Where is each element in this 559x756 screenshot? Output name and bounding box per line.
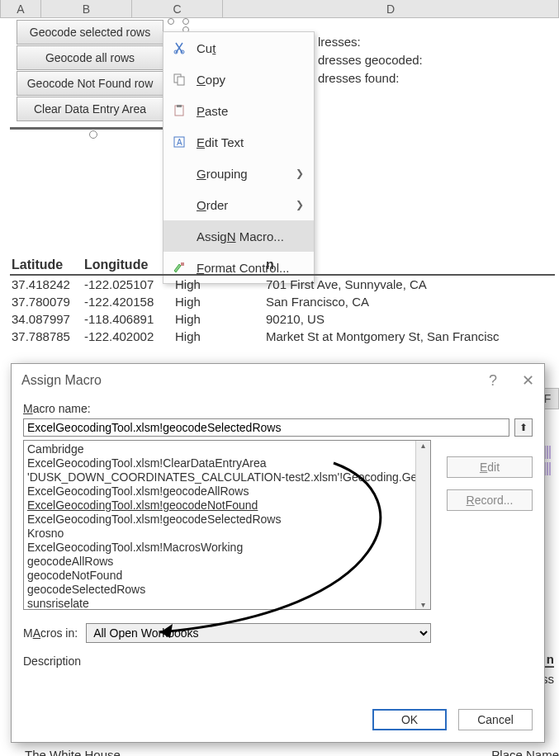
- list-item[interactable]: ExcelGeocodingTool.xlsm!geocodeSelectedR…: [27, 513, 427, 527]
- list-item[interactable]: ExcelGeocodingTool.xlsm!geocodeNotFound: [27, 498, 427, 513]
- menu-label: Order: [197, 198, 228, 212]
- table-row[interactable]: 34.087997 -118.406891 High 90210, US: [10, 310, 555, 328]
- svg-rect-3: [178, 77, 184, 85]
- cell-lat: 34.087997: [10, 310, 83, 328]
- close-icon[interactable]: ✕: [522, 371, 534, 390]
- cell-lat: 37.780079: [10, 293, 83, 310]
- menu-item-cut[interactable]: Cut: [163, 32, 314, 64]
- menu-item-assign-macro[interactable]: AssigN Macro...: [163, 220, 314, 252]
- menu-label: AssigN Macro...: [197, 229, 284, 243]
- status-line: dresses found:: [318, 69, 423, 87]
- menu-label: Copy: [197, 73, 225, 87]
- list-item[interactable]: geocodeSelectedRows: [27, 583, 427, 597]
- table-row[interactable]: 37.418242 -122.025107 High 701 First Ave…: [10, 276, 555, 293]
- list-item[interactable]: ExcelGeocodingTool.xlsm!ClearDataEntryAr…: [27, 456, 427, 470]
- menu-label: Paste: [197, 104, 228, 118]
- menu-item-copy[interactable]: Copy: [163, 64, 314, 95]
- edit-button[interactable]: Edit: [447, 456, 533, 478]
- list-item[interactable]: Krosno: [27, 527, 427, 541]
- list-item[interactable]: ExcelGeocodingTool.xlsm!geocodeAllRows: [27, 484, 427, 498]
- menu-item-order[interactable]: Order ❯: [163, 189, 314, 220]
- list-item[interactable]: sunsriselate: [27, 597, 427, 610]
- geocode-not-found-rows-button[interactable]: Geocode Not Found row: [17, 71, 163, 96]
- cell-loc: 90210, US: [264, 310, 555, 328]
- macros-in-select[interactable]: All Open Workbooks: [86, 623, 431, 643]
- table-row[interactable]: 37.780079 -122.420158 High San Francisco…: [10, 293, 555, 310]
- col-header-c[interactable]: C: [132, 0, 223, 17]
- svg-rect-5: [177, 105, 182, 107]
- context-menu: Cut Copy Paste A Edit Text Grouping ❯ Or…: [163, 31, 315, 284]
- selection-handle-icon[interactable]: [168, 18, 174, 25]
- list-item[interactable]: Cambridge: [27, 442, 427, 456]
- macro-name-input[interactable]: [23, 418, 509, 437]
- selection-handle-icon[interactable]: [182, 18, 189, 25]
- header-latitude: Latitude: [10, 256, 83, 274]
- cell-lat: 37.418242: [10, 276, 83, 293]
- sheet-buttons: Geocode selected rows Geocode all rows G…: [17, 20, 163, 122]
- clear-data-entry-area-button[interactable]: Clear Data Entry Area: [17, 97, 163, 121]
- data-table: Latitude Longitude n 37.418242 -122.0251…: [10, 256, 555, 345]
- copy-icon: [172, 72, 187, 87]
- header-longitude: Longitude: [83, 256, 173, 274]
- menu-item-grouping[interactable]: Grouping ❯: [163, 158, 314, 189]
- col-header-a[interactable]: A: [0, 0, 41, 17]
- cut-icon: [172, 40, 187, 55]
- cell-lon: -122.025107: [83, 276, 173, 293]
- column-headers: A B C D: [0, 0, 559, 18]
- scroll-up-icon[interactable]: ▴: [421, 441, 425, 450]
- header-location: n: [264, 256, 555, 274]
- status-line: lresses:: [318, 33, 423, 51]
- menu-item-paste[interactable]: Paste: [163, 95, 314, 126]
- edit-text-icon: A: [172, 135, 187, 149]
- cell-loc: Market St at Montgomery St, San Francisc: [264, 328, 555, 345]
- bg-text: Place Name: [491, 748, 559, 756]
- col-header-d[interactable]: D: [223, 0, 559, 17]
- help-icon[interactable]: ?: [489, 372, 497, 390]
- menu-label: Grouping: [197, 167, 248, 181]
- scroll-down-icon[interactable]: ▾: [421, 600, 425, 609]
- cell-prec: High: [173, 328, 264, 345]
- reference-button[interactable]: ⬆: [514, 418, 533, 437]
- list-item[interactable]: geocodeNotFound: [27, 569, 427, 583]
- menu-item-edit-text[interactable]: A Edit Text: [163, 126, 314, 158]
- cell-lon: -118.406891: [83, 310, 173, 328]
- selection-handle-icon[interactable]: [89, 130, 97, 139]
- bg-text: The White House: [25, 748, 121, 756]
- scrollbar[interactable]: ▴ ▾: [415, 441, 430, 609]
- list-item[interactable]: geocodeAllRows: [27, 555, 427, 569]
- col-header-b[interactable]: B: [41, 0, 132, 17]
- list-item[interactable]: ExcelGeocodingTool.xlsm!MacrosWorking: [27, 541, 427, 555]
- header-precision: [173, 256, 264, 274]
- menu-label: Edit Text: [197, 135, 244, 149]
- cell-lon: -122.420158: [83, 293, 173, 310]
- list-item[interactable]: 'DUSK_DOWN_COORDINATES_CALCULATION-test2…: [27, 470, 427, 484]
- macros-in-label: MAcros in:: [23, 626, 78, 640]
- divider: [10, 127, 167, 130]
- cell-prec: High: [173, 293, 264, 310]
- chevron-right-icon: ❯: [296, 168, 304, 179]
- dialog-title-text: Assign Macro: [21, 373, 102, 388]
- cell-loc: 701 First Ave, Sunnyvale, CA: [264, 276, 555, 293]
- ok-button[interactable]: OK: [372, 709, 447, 730]
- record-button[interactable]: Record...: [447, 489, 533, 511]
- dialog-titlebar[interactable]: Assign Macro ? ✕: [12, 364, 544, 397]
- cell-prec: High: [173, 310, 264, 328]
- cell-prec: High: [173, 276, 264, 293]
- svg-text:A: A: [177, 138, 182, 147]
- chevron-right-icon: ❯: [296, 199, 304, 210]
- cell-lon: -122.402002: [83, 328, 173, 345]
- macro-name-label: Macro name:: [23, 402, 533, 415]
- cell-loc: San Francisco, CA: [264, 293, 555, 310]
- table-row[interactable]: 37.788785 -122.402002 High Market St at …: [10, 328, 555, 345]
- geocode-all-rows-button[interactable]: Geocode all rows: [17, 45, 163, 70]
- cell-lat: 37.788785: [10, 328, 83, 345]
- geocode-selected-rows-button[interactable]: Geocode selected rows: [17, 20, 163, 45]
- description-label: Description: [23, 654, 533, 668]
- menu-label: Cut: [197, 41, 216, 55]
- assign-macro-dialog: Assign Macro ? ✕ Macro name: ⬆ Edit Reco…: [11, 363, 545, 743]
- status-text: lresses: dresses geocoded: dresses found…: [318, 33, 423, 87]
- table-header-row: Latitude Longitude n: [10, 256, 555, 276]
- cancel-button[interactable]: Cancel: [458, 709, 533, 730]
- paste-icon: [172, 103, 187, 118]
- macro-list[interactable]: Cambridge ExcelGeocodingTool.xlsm!ClearD…: [23, 440, 431, 610]
